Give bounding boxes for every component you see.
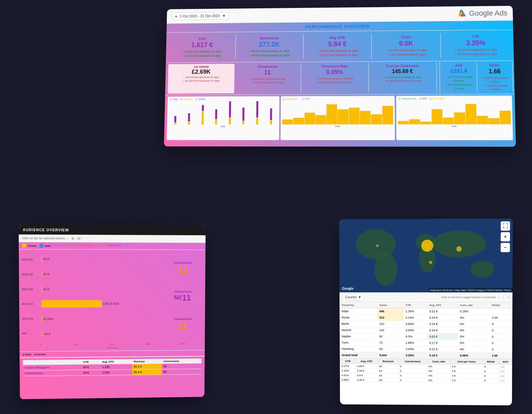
conv-block-1: Conversions 11 [174,261,192,275]
th-clicks[interactable]: Clicks ↓ [377,302,404,308]
bar-row-45-54[interactable]: £392.0 £0.0 [42,299,161,309]
age-label-2: 25 to 34 [22,273,39,276]
conv-block-2: Conversions Nil11 [174,290,192,303]
sort-icon[interactable]: AZ↑ [77,237,82,240]
segment-table: CTR Avg. CPC Revenue Conversions Luxury … [23,359,201,376]
seg-conv-fashionistas: 50 [162,369,201,375]
bar-row-18-24: £0.0 [41,254,161,264]
click-hint: Click on bar for optional metrics → [22,237,68,240]
map-area: ⛶ + − Google Keyboard shortcuts | Map da… [339,219,513,292]
conv-label-2: Conversions [174,290,192,293]
metric-clicks-change1: ↓ -16.7% from previous 31 days [375,48,437,53]
world-map-svg [339,219,513,292]
bs-th-aov: AOV [499,359,512,364]
age-label-6: 65+ [22,332,39,335]
bs-r2-roas: 0 [483,369,499,374]
google-ads-label: Google Ads [469,9,507,18]
gender-legend: Female Male [22,244,51,248]
th-city: Town/City [339,302,377,308]
bs-th-conv: Conversions [399,359,427,364]
conv-milan: 0.16% [458,308,490,315]
ctr-rome: 2.14% [404,314,427,321]
clicks-munich: 102 [377,327,404,333]
google-ads-icon [458,9,467,18]
conv-munich: 0% [458,327,490,334]
bar-label-18-24: £0.0 [43,257,49,260]
seg-header-0 [23,360,81,365]
map-row-munich: Munich 102 4.53% 0.19 € 0% 0 [340,327,512,334]
bar-row-35-44: £0.0 [41,284,161,294]
metric-impressions: Impressions 277.2K ↑ 56.9% from previous… [235,34,303,59]
seg-cpc-fashionistas: 1,254 [100,369,132,375]
map-table-container: Town/City Clicks ↓ CTR Avg. CPC Conv. ra… [339,302,512,359]
ctr-hamburg: 3.64% [404,346,427,352]
conv-turin: 0% [458,340,490,346]
bs-th-cpc2: Cost per Conv. [451,359,483,364]
cpc-grand-total: 0.18 € [427,352,458,359]
ctr-turin: 1.86% [404,340,427,346]
metric-cpm-change2: ↓ -2.42 € from previous 31 days [307,52,368,57]
audience-controls: Click on bar for optional metrics → ⊞ AZ… [19,235,205,243]
metric-clicks-change2: ↓ -1.8K from previous 31 days [375,52,437,57]
more-icon[interactable]: ⋮ [85,237,88,240]
metric-ad-spend: AD SPEND £2.69K ↓ -44.4% from previous 3… [168,64,234,93]
age-label-3: 35 to 44 [22,287,39,291]
bs-th-rev: Revenue [378,359,399,364]
map-table: Town/City Clicks ↓ CTR Avg. CPC Conv. ra… [339,302,512,359]
conv-value-3: 11 [174,321,192,331]
age-legend: ● 18 to 24 ● 25 to 34 ● 35 to 44 ● 45 to… [53,244,130,248]
bs-r2-cpc2: 0 € [451,369,483,373]
bs-th-ctr: CTR [340,359,355,364]
dropdown-arrow: ▼ [358,295,361,299]
map-panel: ⛶ + − Google Keyboard shortcuts | Map da… [339,219,513,405]
seg-header-ctr: CTR [81,360,100,364]
bs-r3-cpc2: 0 € [451,373,483,378]
conv-berlin: 0% [458,321,490,327]
toolbar-actions: Click on arrows to toggle between countr… [441,296,510,299]
th-conv-rate: Conv. rate [458,302,490,308]
male-legend: ● Male [23,353,31,356]
country-dropdown[interactable]: Country ▼ [342,294,364,301]
more-options-icon[interactable]: ⋮ [507,296,510,299]
date-range: 1 Oct 2023 - 31 Oct 2023 [180,14,220,18]
metric-cost-label: Cost [172,37,232,41]
bs-r2-conv: 0 [399,369,427,373]
seg-cpc-luxury: 1,135 [100,364,132,370]
conv-block-3: Conversions 11 [174,317,192,331]
bar-label-55-64: £0.0D0 [44,317,53,321]
fullscreen-button[interactable]: ⛶ [501,221,510,231]
metric-impressions-change1: ↑ 56.9% from previous 31 days [239,49,300,53]
bs-th-cpc: Avg. CPC [355,359,378,364]
clicks-berlin: 122 [377,321,404,327]
metric-cost: Cost 1,617 € ↑ 10.9% from previous 31 da… [169,35,236,60]
age-label-5: 55 to 64 [22,317,39,320]
metric-impressions-value: 277.2K [239,41,300,49]
metric-cost-change2: ↑ 159 € from previous 31 days [172,53,232,58]
conv-grand-total: 0.05% [458,352,490,359]
arrow-down-icon[interactable]: ↓ [502,296,504,299]
conv-label-3: Conversions [174,317,192,321]
th-roas: ROAS [490,302,512,308]
arrow-up-icon[interactable]: ↑ [498,296,500,299]
svg-point-13 [429,261,432,264]
metric-ctr-change2: ↓ -2.87% from previous 31 days [444,52,507,56]
city-grand-total: Grand total [340,352,377,358]
city-rome: Rome [339,314,377,321]
city-naples: Naples [340,333,377,340]
date-selector[interactable]: ● 1 Oct 2023 - 31 Oct 2023 ▼ [172,12,229,20]
bs-r4-cpc2: 0 € [451,378,483,383]
clicks-milan: 440 [377,308,404,314]
bs-r4-aov: null [499,378,512,383]
seg-header-rev: Revenue [132,359,162,364]
seg-rev-fashionistas: 25.9 € [132,369,162,375]
metric-impressions-label: Impressions [239,36,300,40]
map-controls[interactable]: ⛶ + − [500,221,510,252]
map-row-naples: Naples 82 6.3% 0.62 € 0% 0 [340,333,512,340]
zoom-in-button[interactable]: + [501,232,510,241]
bar-row-65plus: -£0.0 [42,328,161,339]
zoom-out-button[interactable]: − [500,243,510,252]
bs-r2-ctr: 2.24% [340,368,356,373]
grid-icon[interactable]: ⊞ [71,237,74,240]
th-ctr: CTR [404,302,427,308]
age-labels: 18 to 24 25 to 34 35 to 44 45 to 54 55 t… [22,252,39,341]
